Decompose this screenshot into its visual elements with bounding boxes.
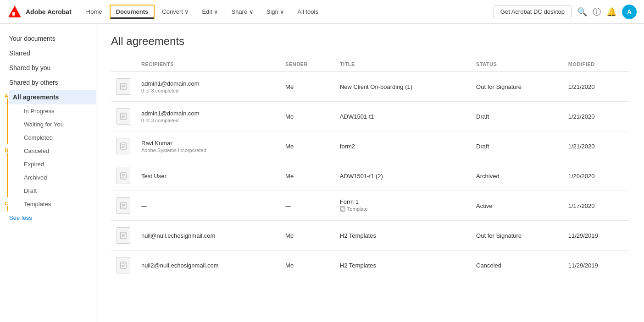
nav-share[interactable]: Share ∨ (226, 5, 259, 18)
row-doc-icon (111, 161, 136, 191)
col-icon (111, 57, 136, 72)
notifications-icon[interactable]: 🔔 (606, 7, 616, 17)
row-modified: 1/21/2020 (563, 102, 629, 131)
sidebar-starred[interactable]: Starred (0, 46, 96, 60)
row-sender: Me (280, 251, 334, 280)
table-row[interactable]: admin1@domain.com0 of 3 completedMeNew C… (111, 72, 629, 102)
adobe-logo-icon (7, 5, 22, 19)
content-area: All agreements RECIPIENTS SENDER TITLE S… (96, 24, 644, 322)
svg-rect-22 (340, 207, 345, 211)
avatar[interactable]: A (622, 5, 637, 19)
nav-edit[interactable]: Edit ∨ (196, 5, 224, 18)
sidebar-completed[interactable]: Completed (9, 131, 96, 144)
help-icon[interactable]: ⓘ (593, 6, 601, 17)
row-status: Active (471, 191, 563, 221)
row-sender: Me (280, 131, 334, 161)
sidebar-see-less[interactable]: See less (0, 211, 96, 225)
col-sender: SENDER (280, 57, 334, 72)
row-recipients: — (136, 191, 280, 221)
row-modified: 11/29/2019 (563, 251, 629, 280)
row-title: H2 Templates (334, 251, 471, 280)
table-row[interactable]: null@null.echosignmail.comMeH2 Templates… (111, 221, 629, 251)
table-row[interactable]: Ravi KumarAdobe Systems IncorporatedMefo… (111, 131, 629, 161)
row-status: Out for Signature (471, 221, 563, 251)
nav-convert[interactable]: Convert ∨ (156, 5, 194, 18)
row-modified: 1/20/2020 (563, 161, 629, 191)
nav-sign[interactable]: Sign ∨ (261, 5, 290, 18)
row-sender: Me (280, 102, 334, 131)
row-title: Form 1 Template (334, 191, 471, 221)
row-recipients: null2@null.echosignmail.com (136, 251, 280, 280)
logo-area: Adobe Acrobat (7, 5, 72, 19)
row-doc-icon (111, 251, 136, 280)
table-row[interactable]: null2@null.echosignmail.comMeH2 Template… (111, 251, 629, 280)
row-status: Archived (471, 161, 563, 191)
table-row[interactable]: Test UserMeADW1501-t1 (2)Archived1/20/20… (111, 161, 629, 191)
sidebar-all-agreements[interactable]: All agreements (9, 90, 96, 104)
agreements-table: RECIPIENTS SENDER TITLE STATUS MODIFIED … (111, 57, 629, 280)
row-doc-icon (111, 72, 136, 102)
row-title: H2 Templates (334, 221, 471, 251)
sidebar: Your documents Starred Shared by you Sha… (0, 24, 96, 322)
main-layout: Your documents Starred Shared by you Sha… (0, 24, 644, 322)
row-title: New Client On-boarding (1) (334, 72, 471, 102)
row-title: form2 (334, 131, 471, 161)
sidebar-in-progress[interactable]: In Progress (9, 104, 96, 118)
sidebar-your-documents[interactable]: Your documents (0, 31, 96, 46)
table-header-row: RECIPIENTS SENDER TITLE STATUS MODIFIED (111, 57, 629, 72)
row-recipients: Ravi KumarAdobe Systems Incorporated (136, 131, 280, 161)
svg-rect-1 (12, 12, 15, 16)
sidebar-shared-by-others[interactable]: Shared by others (0, 75, 96, 90)
svg-marker-0 (8, 5, 21, 17)
top-nav: Adobe Acrobat Home Documents Convert ∨ E… (0, 0, 644, 24)
row-status: Canceled (471, 251, 563, 280)
col-title: TITLE (334, 57, 471, 72)
row-status: Out for Signature (471, 72, 563, 102)
row-sender: Me (280, 221, 334, 251)
row-modified: 1/21/2020 (563, 72, 629, 102)
sidebar-canceled[interactable]: Canceled (9, 144, 96, 158)
row-recipients: admin1@domain.com0 of 3 completed (136, 72, 280, 102)
app-logo-text: Adobe Acrobat (26, 8, 72, 16)
row-modified: 11/29/2019 (563, 221, 629, 251)
col-status: STATUS (471, 57, 563, 72)
nav-all-tools[interactable]: All tools (292, 5, 324, 18)
col-modified: MODIFIED (563, 57, 629, 72)
row-recipients: null@null.echosignmail.com (136, 221, 280, 251)
row-sender: Me (280, 72, 334, 102)
get-desktop-button[interactable]: Get Acrobat DC desktop (494, 5, 572, 18)
row-doc-icon (111, 131, 136, 161)
row-doc-icon (111, 191, 136, 221)
sidebar-templates[interactable]: Templates (9, 197, 96, 211)
sidebar-archived[interactable]: Archived (9, 171, 96, 184)
page-title: All agreements (111, 35, 629, 48)
col-recipients: RECIPIENTS (136, 57, 280, 72)
row-status: Draft (471, 102, 563, 131)
row-recipients: admin1@domain.com0 of 3 completed (136, 102, 280, 131)
search-icon[interactable]: 🔍 (577, 7, 587, 17)
row-sender: — (280, 191, 334, 221)
row-modified: 1/21/2020 (563, 131, 629, 161)
sidebar-expired[interactable]: Expired (9, 158, 96, 171)
row-title: ADW1501-t1 (334, 102, 471, 131)
row-recipients: Test User (136, 161, 280, 191)
table-row[interactable]: admin1@domain.com0 of 3 completedMeADW15… (111, 102, 629, 131)
nav-right: Get Acrobat DC desktop 🔍 ⓘ 🔔 A (494, 5, 637, 19)
sidebar-shared-by-you[interactable]: Shared by you (0, 60, 96, 75)
row-title: ADW1501-t1 (2) (334, 161, 471, 191)
table-row[interactable]: ——Form 1 Template Active1/17/2020 (111, 191, 629, 221)
row-status: Draft (471, 131, 563, 161)
sidebar-draft[interactable]: Draft (9, 184, 96, 197)
nav-documents[interactable]: Documents (110, 5, 155, 19)
row-sender: Me (280, 161, 334, 191)
sidebar-waiting-for-you[interactable]: Waiting for You (9, 118, 96, 131)
row-doc-icon (111, 221, 136, 251)
row-doc-icon (111, 102, 136, 131)
nav-home[interactable]: Home (81, 5, 108, 18)
row-modified: 1/17/2020 (563, 191, 629, 221)
